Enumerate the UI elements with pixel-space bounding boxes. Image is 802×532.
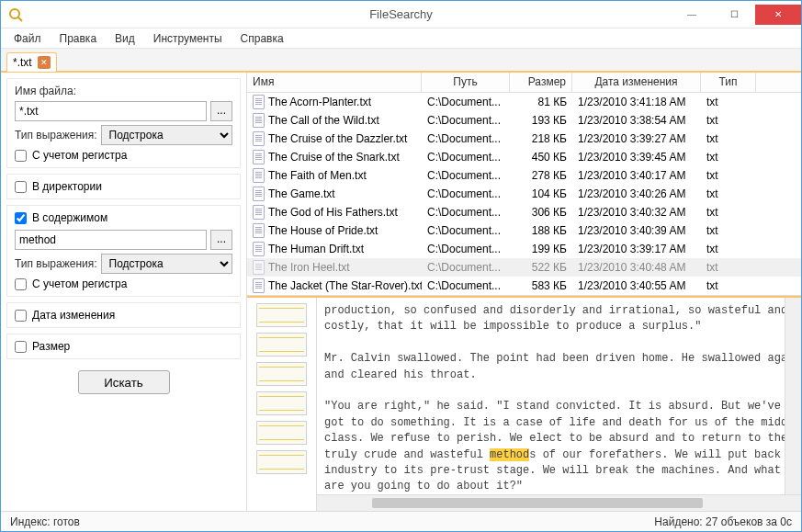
- cell-name: The God of His Fathers.txt: [268, 206, 398, 219]
- table-row[interactable]: The Acorn-Planter.txtC:\Document...81 КБ…: [247, 93, 801, 111]
- menu-view[interactable]: Вид: [106, 30, 144, 47]
- cell-path: C:\Document...: [422, 187, 510, 200]
- cell-name: The Call of the Wild.txt: [268, 114, 379, 127]
- tab-bar: *.txt ✕: [1, 49, 801, 73]
- cell-size: 583 КБ: [510, 279, 572, 292]
- content-input[interactable]: [15, 230, 207, 250]
- cell-type: txt: [701, 224, 756, 237]
- search-button[interactable]: Искать: [78, 370, 170, 394]
- content-case-label: С учетом регистра: [32, 277, 127, 290]
- cell-type: txt: [701, 261, 756, 274]
- cell-path: C:\Document...: [422, 169, 510, 182]
- cell-size: 218 КБ: [510, 132, 572, 145]
- app-icon: [8, 7, 23, 22]
- content-expr-type-select[interactable]: Подстрока: [101, 254, 232, 274]
- table-row[interactable]: The Human Drift.txtC:\Document...199 КБ1…: [247, 240, 801, 258]
- col-path[interactable]: Путь: [422, 73, 510, 92]
- file-icon: [253, 113, 265, 128]
- maximize-button[interactable]: ☐: [713, 5, 755, 25]
- content-browse-button[interactable]: ...: [210, 230, 232, 250]
- col-type[interactable]: Тип: [701, 73, 756, 92]
- table-row[interactable]: The Cruise of the Snark.txtC:\Document..…: [247, 148, 801, 166]
- in-content-label: В содержимом: [32, 211, 107, 224]
- title-bar: FileSearchy — ☐ ✕: [1, 1, 801, 28]
- cell-path: C:\Document...: [422, 243, 510, 255]
- table-row[interactable]: The God of His Fathers.txtC:\Document...…: [247, 203, 801, 221]
- cell-path: C:\Document...: [422, 279, 510, 292]
- date-checkbox[interactable]: [15, 310, 27, 322]
- date-label: Дата изменения: [32, 309, 115, 322]
- cell-name: The Faith of Men.txt: [268, 169, 367, 182]
- cell-size: 522 КБ: [510, 261, 572, 274]
- status-bar: Индекс: готов Найдено: 27 объеков за 0с: [1, 511, 801, 531]
- content-expr-type-label: Тип выражения:: [15, 257, 97, 270]
- close-button[interactable]: ✕: [755, 5, 801, 25]
- case-checkbox[interactable]: [15, 150, 27, 162]
- in-dir-checkbox[interactable]: [15, 181, 27, 193]
- cell-name: The Acorn-Planter.txt: [268, 96, 371, 108]
- expr-type-label: Тип выражения:: [15, 129, 97, 141]
- minimap-block[interactable]: [256, 391, 307, 415]
- file-icon: [253, 205, 265, 220]
- minimap-block[interactable]: [256, 303, 307, 327]
- content-case-checkbox[interactable]: [15, 278, 27, 290]
- filename-label: Имя файла:: [15, 85, 232, 97]
- file-icon: [253, 260, 265, 275]
- menu-help[interactable]: Справка: [232, 30, 293, 47]
- cell-date: 1/23/2010 3:40:32 AM: [572, 206, 701, 219]
- minimap[interactable]: [247, 298, 317, 511]
- in-content-checkbox[interactable]: [15, 212, 27, 224]
- col-name[interactable]: Имя: [247, 73, 422, 92]
- cell-date: 1/23/2010 3:40:17 AM: [572, 169, 701, 182]
- minimap-block[interactable]: [256, 333, 307, 357]
- cell-type: txt: [701, 279, 756, 292]
- file-icon: [253, 242, 265, 256]
- cell-name: The Jacket (The Star-Rover).txt: [268, 279, 422, 292]
- filename-input[interactable]: [15, 101, 207, 121]
- table-row[interactable]: The Jacket (The Star-Rover).txtC:\Docume…: [247, 277, 801, 295]
- cell-path: C:\Document...: [422, 206, 510, 219]
- cell-type: txt: [701, 114, 756, 127]
- cell-size: 81 КБ: [510, 96, 572, 108]
- cell-path: C:\Document...: [422, 151, 510, 164]
- cell-path: C:\Document...: [422, 96, 510, 108]
- size-label: Размер: [32, 340, 70, 353]
- table-row[interactable]: The Cruise of the Dazzler.txtC:\Document…: [247, 130, 801, 148]
- minimap-block[interactable]: [256, 450, 307, 474]
- table-row[interactable]: The Call of the Wild.txtC:\Document...19…: [247, 111, 801, 130]
- minimap-block[interactable]: [256, 421, 307, 445]
- cell-name: The Iron Heel.txt: [268, 261, 350, 274]
- cell-date: 1/23/2010 3:41:18 AM: [572, 96, 701, 108]
- file-icon: [253, 278, 265, 293]
- search-tab[interactable]: *.txt ✕: [6, 52, 57, 72]
- scrollbar-thumb[interactable]: [372, 498, 703, 508]
- cell-date: 1/23/2010 3:39:17 AM: [572, 243, 701, 255]
- cell-size: 450 КБ: [510, 151, 572, 164]
- table-row[interactable]: The House of Pride.txtC:\Document...188 …: [247, 221, 801, 240]
- col-size[interactable]: Размер: [510, 73, 572, 92]
- minimap-block[interactable]: [256, 362, 307, 386]
- svg-point-0: [10, 9, 19, 18]
- table-row[interactable]: The Iron Heel.txtC:\Document...522 КБ1/2…: [247, 258, 801, 277]
- filename-browse-button[interactable]: ...: [210, 101, 232, 121]
- case-label: С учетом регистра: [32, 149, 127, 162]
- table-row[interactable]: The Game.txtC:\Document...104 КБ1/23/201…: [247, 185, 801, 203]
- cell-name: The Human Drift.txt: [268, 243, 364, 255]
- menu-file[interactable]: Файл: [5, 30, 51, 47]
- scrollbar-horizontal[interactable]: [317, 494, 801, 511]
- col-date[interactable]: Дата изменения: [572, 73, 701, 92]
- minimize-button[interactable]: —: [671, 5, 713, 25]
- cell-path: C:\Document...: [422, 114, 510, 127]
- file-icon: [253, 150, 265, 164]
- window-title: FileSearchy: [369, 7, 433, 21]
- expr-type-select[interactable]: Подстрока: [101, 125, 232, 145]
- menu-edit[interactable]: Правка: [51, 30, 107, 47]
- size-checkbox[interactable]: [15, 341, 27, 353]
- tab-close-icon[interactable]: ✕: [38, 56, 51, 69]
- preview-pane: production, so confused and disorderly a…: [247, 296, 801, 511]
- scrollbar-vertical[interactable]: [785, 298, 801, 494]
- menu-tools[interactable]: Инструменты: [144, 30, 232, 47]
- table-row[interactable]: The Faith of Men.txtC:\Document...278 КБ…: [247, 166, 801, 185]
- cell-date: 1/23/2010 3:39:45 AM: [572, 151, 701, 164]
- cell-size: 199 КБ: [510, 243, 572, 255]
